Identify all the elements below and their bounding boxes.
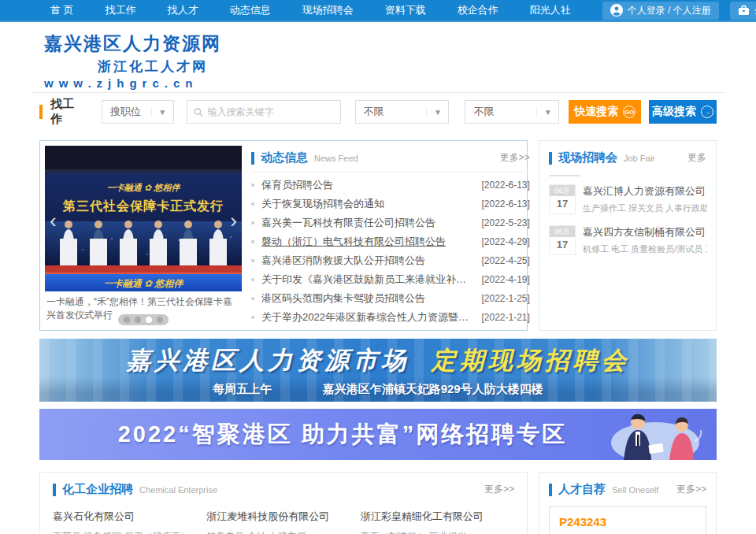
news-item[interactable]: 关于恢复现场招聘会的通知 [2022-6-13] (251, 195, 530, 213)
search-input[interactable] (208, 106, 334, 117)
news-title[interactable]: 保育员招聘公告 (261, 178, 333, 192)
carousel-dot[interactable] (157, 317, 163, 323)
news-title[interactable]: 关于印发《嘉兴港区鼓励新员工来港就业补助操作... (261, 273, 473, 287)
carousel-prev-icon[interactable]: ‹ (50, 210, 57, 231)
news-date: [2022-1-21] (473, 312, 529, 323)
news-item[interactable]: 关于举办2022年港区新春综合性人力资源暨春风... [2022-1-21] (251, 308, 530, 327)
carousel-dots (118, 314, 169, 325)
carousel-slide-image[interactable]: 一卡融通 ✿ 悠相伴 第三代社会保障卡正式发行 (45, 146, 242, 291)
news-item-hovered[interactable]: 磐动（浙江）电气科技有限公司招聘公告 [2022-4-29] (251, 232, 530, 251)
personal-login-button[interactable]: 个人登录 / 个人注册 (602, 2, 719, 20)
talent-more-link[interactable]: 更多>> (676, 483, 706, 496)
carousel-dot-active[interactable] (146, 317, 152, 323)
company-card[interactable]: 浙江麦堆科技股份有限公司 销售专员 会计 土建主管 (206, 510, 360, 534)
news-item[interactable]: 嘉兴美一瓦科技有限责任公司招聘公告 [2022-5-23] (251, 213, 530, 232)
divider (549, 175, 580, 176)
search-category-value: 搜职位 (102, 105, 151, 119)
news-date: [2022-1-25] (473, 293, 529, 304)
nav-item-sunshine-hr[interactable]: 阳光人社 (530, 3, 571, 17)
company-jobs: 销售专员 会计 土建主管 (206, 530, 360, 534)
quick-search-button[interactable]: 快速搜索 GO (569, 100, 641, 124)
job-fair-item[interactable]: 06月 17 嘉兴四方友信制桶有限公司 机修工 电工 质量检验员/测试员 叉车.… (549, 225, 706, 255)
news-date: [2022-6-13] (473, 180, 529, 191)
talent-id[interactable]: P243243 (559, 515, 696, 528)
company-card[interactable]: 浙江彩皇精细化工有限公司 普工（制造科） 营业担当 (361, 510, 514, 534)
bullet-icon (251, 184, 254, 187)
job-fair-header: 现场招聘会 Job Fair 更多 (549, 150, 706, 165)
news-more-link[interactable]: 更多>> (500, 151, 530, 165)
carousel-dot[interactable] (124, 317, 130, 323)
carousel-dot[interactable] (135, 317, 141, 323)
nav-item-downloads[interactable]: 资料下载 (385, 3, 426, 17)
job-fair-more-link[interactable]: 更多 (687, 151, 706, 165)
job-fair-company[interactable]: 嘉兴四方友信制桶有限公司 (583, 225, 707, 239)
talent-header: 人才自荐 Sell Oneself 更多>> (549, 482, 706, 497)
filter-select-2[interactable]: 不限 ▼ (465, 100, 559, 124)
chemical-subtitle: Chemical Enterprise (139, 485, 217, 495)
advanced-search-button[interactable]: 高级搜索 → (649, 100, 717, 124)
talent-card[interactable]: P243243 男 | 嘉兴市→嘉兴港区 | 八年以上 (549, 506, 706, 534)
banner1-title-yellow: 定期现场招聘会 (432, 347, 630, 374)
chevron-down-icon: ▼ (426, 108, 448, 117)
nav-item-home[interactable]: 首 页 (50, 3, 74, 17)
news-title[interactable]: 嘉兴美一瓦科技有限责任公司招聘公告 (261, 216, 435, 230)
filter-1-value: 不限 (356, 105, 427, 119)
job-fair-item[interactable]: 06月 17 嘉兴汇博人力资源有限公司 生产操作工 报关文员 人事行政助理... (549, 184, 706, 214)
keyword-search-field[interactable] (187, 100, 341, 124)
news-title[interactable]: 港区码头范围内集卡驾驶员招聘公告 (261, 291, 425, 306)
job-fair-jobs: 生产操作工 报关文员 人事行政助理... (583, 202, 707, 214)
slide-title: 第三代社会保障卡正式发行 (62, 198, 224, 213)
banner1-title-white: 嘉兴港区人力资源市场 (126, 347, 410, 374)
briefcase-icon (738, 5, 750, 16)
nav-item-job-fair[interactable]: 现场招聘会 (302, 3, 354, 17)
chemical-more-link[interactable]: 更多>> (484, 483, 514, 496)
news-item[interactable]: 关于印发《嘉兴港区鼓励新员工来港就业补助操作... [2022-4-19] (251, 270, 530, 289)
news-item[interactable]: 保育员招聘公告 [2022-6-13] (251, 176, 530, 195)
bullet-icon (251, 240, 254, 243)
section-accent-bar (53, 484, 56, 496)
site-header: 嘉兴港区人力资源网 浙江化工人才网 www.zjhgrc.cn (0, 22, 756, 92)
news-title[interactable]: 磐动（浙江）电气科技有限公司招聘公告 (261, 235, 446, 249)
filter-select-1[interactable]: 不限 ▼ (355, 100, 450, 124)
news-title[interactable]: 关于举办2022年港区新春综合性人力资源暨春风... (261, 310, 473, 324)
slide-banner-text: 一卡融通 ✿ 悠相伴 (104, 278, 185, 289)
hero-box: 一卡融通 ✿ 悠相伴 第三代社会保障卡正式发行 (39, 140, 528, 331)
banner1-address: 嘉兴港区乍浦镇天妃路929号人防大楼四楼 (323, 382, 543, 395)
enterprise-entry-button[interactable]: 企业入口 (730, 2, 756, 20)
news-date: [2022-5-23] (473, 217, 529, 228)
job-fair-banner[interactable]: 嘉兴港区人力资源市场 定期现场招聘会 每周五上午 嘉兴港区乍浦镇天妃路929号人… (39, 339, 717, 402)
news-item[interactable]: 港区码头范围内集卡驾驶员招聘公告 [2022-1-25] (251, 289, 530, 308)
go-icon: GO (623, 106, 636, 118)
news-title[interactable]: 嘉兴港区消防救援大队公开招聘公告 (261, 254, 425, 268)
nav-item-news[interactable]: 动态信息 (230, 3, 271, 17)
company-card[interactable]: 嘉兴石化有限公司 工艺员 设备管理 保卫（残疾工） (53, 510, 206, 534)
company-name[interactable]: 嘉兴石化有限公司 (53, 510, 206, 524)
date-day: 17 (550, 237, 575, 252)
nav-item-find-job[interactable]: 找工作 (106, 3, 136, 17)
job-fair-title: 现场招聘会 (558, 150, 617, 165)
carousel-next-icon[interactable]: › (230, 210, 237, 231)
company-name[interactable]: 浙江彩皇精细化工有限公司 (361, 510, 514, 524)
news-title[interactable]: 关于恢复现场招聘会的通知 (261, 197, 384, 211)
filter-2-value: 不限 (465, 105, 536, 119)
nav-buttons: 个人登录 / 个人注册 企业入口 (602, 2, 756, 20)
job-fair-jobs: 机修工 电工 质量检验员/测试员 叉车... (583, 243, 707, 255)
date-month: 06月 (550, 226, 575, 237)
site-logo-title[interactable]: 嘉兴港区人力资源网 (44, 32, 756, 56)
arrow-right-icon: → (701, 106, 713, 118)
chemical-enterprise-panel: 化工企业招聘 Chemical Enterprise 更多>> 嘉兴石化有限公司… (39, 472, 528, 534)
site-url: www.zjhgrc.cn (44, 76, 756, 90)
accent-bar (39, 105, 43, 119)
search-category-select[interactable]: 搜职位 ▼ (102, 100, 174, 124)
nav-item-find-talent[interactable]: 找人才 (168, 3, 198, 17)
nav-item-school-coop[interactable]: 校企合作 (458, 3, 498, 17)
chevron-down-icon: ▼ (151, 108, 173, 117)
bullet-icon (251, 278, 254, 281)
company-name[interactable]: 浙江麦堆科技股份有限公司 (206, 510, 360, 524)
job-fair-company[interactable]: 嘉兴汇博人力资源有限公司 (583, 184, 707, 198)
banner1-title: 嘉兴港区人力资源市场 定期现场招聘会 (126, 344, 630, 377)
chemical-title: 化工企业招聘 (62, 482, 133, 497)
online-recruitment-banner[interactable]: 2022“智聚港区 助力共富”网络招聘专区 (39, 409, 717, 460)
news-item[interactable]: 嘉兴港区消防救援大队公开招聘公告 [2022-4-25] (251, 251, 530, 270)
hero-carousel[interactable]: 一卡融通 ✿ 悠相伴 第三代社会保障卡正式发行 (45, 146, 242, 325)
